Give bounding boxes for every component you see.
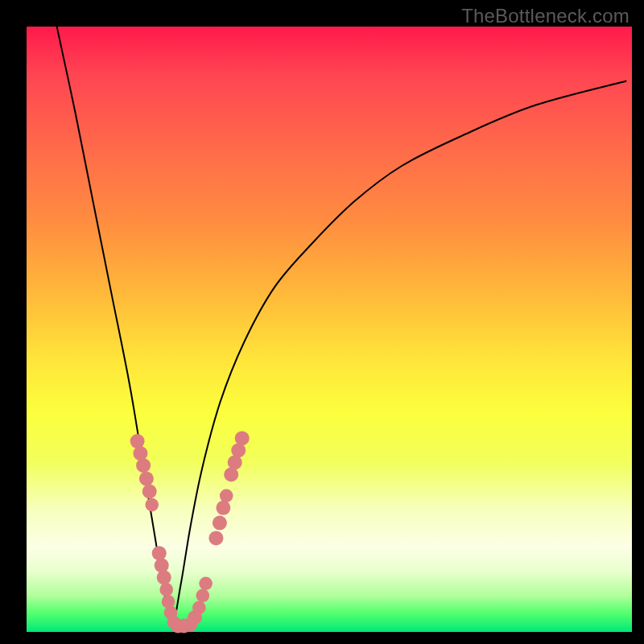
data-dot <box>235 431 250 445</box>
watermark-text: TheBottleneck.com <box>461 5 630 27</box>
data-dot <box>136 458 151 473</box>
data-dot <box>139 472 154 486</box>
data-dot <box>196 589 210 603</box>
chart-frame: TheBottleneck.com <box>0 0 644 644</box>
data-dot <box>145 498 159 512</box>
data-dot <box>216 501 230 515</box>
data-dot <box>133 446 147 460</box>
data-dot <box>192 601 206 615</box>
data-dot <box>157 570 171 584</box>
plot-area <box>27 27 632 632</box>
data-dot <box>159 583 173 597</box>
data-dot <box>142 485 157 499</box>
data-dot <box>220 489 233 503</box>
data-dot <box>208 530 223 545</box>
data-dot <box>130 434 145 448</box>
data-dot <box>152 546 167 560</box>
bottleneck-curve <box>57 27 626 626</box>
data-dot <box>199 577 213 591</box>
data-dot <box>155 558 169 572</box>
chart-svg <box>27 27 632 632</box>
data-dot <box>213 516 227 530</box>
